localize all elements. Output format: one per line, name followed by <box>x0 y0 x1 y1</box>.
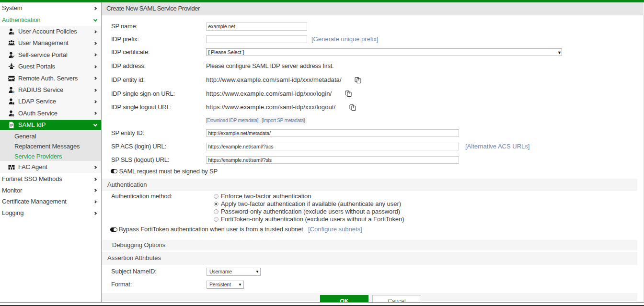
svg-text:B: B <box>12 91 14 93</box>
